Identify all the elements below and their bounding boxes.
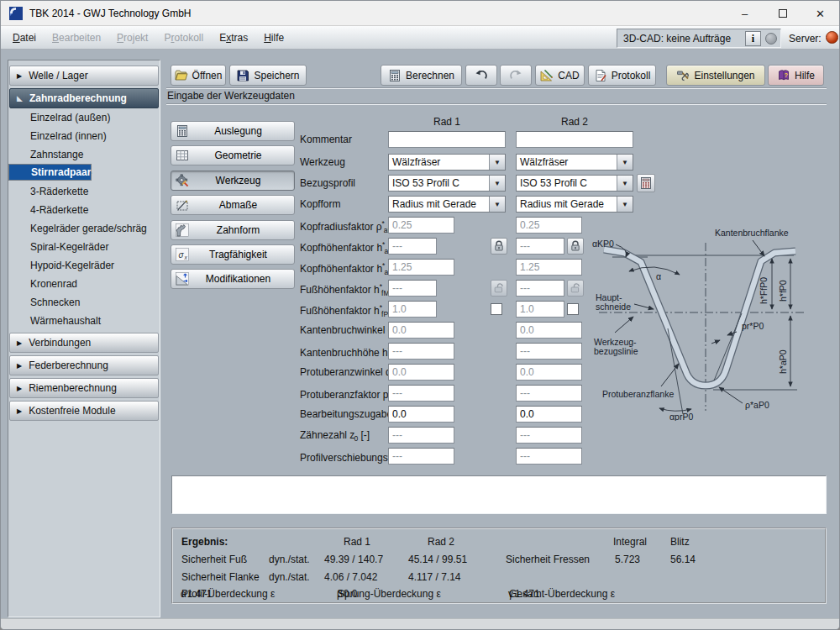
nav-button-label: Tragfähigkeit xyxy=(189,249,294,260)
chevron-down-icon[interactable]: ▼ xyxy=(489,197,505,212)
fusshoehenfaktor-fp0-field-rad2[interactable] xyxy=(516,301,564,318)
protocol-button[interactable]: Protokoll xyxy=(588,65,656,86)
sidebar-group-welle-lager[interactable]: ▶Welle / Lager xyxy=(9,66,159,86)
sidebar-item-spiral-kegelräder[interactable]: Spiral-Kegelräder xyxy=(8,238,160,256)
kopfhoehenfaktor-ap0-field-rad1[interactable] xyxy=(388,259,454,276)
chevron-down-icon[interactable]: ▼ xyxy=(489,155,505,170)
bezugsprofil-label: Bezugsprofil xyxy=(300,177,355,189)
nav-button-werkzeug[interactable]: Werkzeug xyxy=(171,171,295,191)
sidebar-item-schnecken[interactable]: Schnecken xyxy=(8,293,160,312)
sidebar-item-kegelräder-gerade-schräg[interactable]: Kegelräder gerade/schräg xyxy=(8,219,160,238)
sidebar-group-label: Verbindungen xyxy=(29,337,91,349)
results-column-integral: Integral xyxy=(613,536,647,548)
protuberanzfaktor-field-rad2[interactable] xyxy=(516,385,582,402)
fusshoehenfaktor-fp0-checkbox-rad2[interactable] xyxy=(567,303,579,315)
menu-item-hilfe[interactable]: Hilfe xyxy=(264,32,284,44)
nav-button-abmasse[interactable]: Abmaße xyxy=(171,195,295,215)
section-title: Eingabe der Werkzeugdaten xyxy=(167,90,295,102)
sidebar-group-kostenfreie-module[interactable]: ▶Kostenfreie Module xyxy=(9,401,159,421)
sidebar-item-wärmehaushalt[interactable]: Wärmehaushalt xyxy=(8,312,160,330)
form-label-part: Fußhöhenfaktor h xyxy=(300,284,380,296)
sidebar-group-federberechnung[interactable]: ▶Federberechnung xyxy=(9,355,159,375)
fusshoehenfaktor-fmp0-field-rad2[interactable] xyxy=(516,280,564,297)
kommentar-field-rad2[interactable] xyxy=(516,131,633,148)
werkzeug-select-rad2[interactable]: Wälzfräser▼ xyxy=(516,154,633,171)
sidebar-item-zahnstange[interactable]: Zahnstange xyxy=(8,145,160,164)
sidebar-item-hypoid-kegelräder[interactable]: Hypoid-Kegelräder xyxy=(8,256,160,275)
form-label-part: Kopfhöhenfaktor h xyxy=(300,242,382,254)
form-label-part: Kommentar xyxy=(300,134,352,145)
result-value-integral: 5.723 xyxy=(615,554,640,565)
open-button[interactable]: Öffnen xyxy=(171,65,226,86)
bezugsprofil-select-rad2[interactable]: ISO 53 Profil C▼ xyxy=(516,175,633,192)
kopfform-label: Kopfform xyxy=(300,198,340,210)
undo-button[interactable] xyxy=(465,65,497,86)
fusshoehenfaktor-fp0-checkbox-rad1[interactable] xyxy=(491,303,502,315)
kopfhoehenfaktor-amp0-field-rad1[interactable] xyxy=(388,238,437,255)
nav-button-tragfaehigkeit[interactable]: σxTragfähigkeit xyxy=(171,244,295,265)
protocol-button-label: Protokoll xyxy=(612,70,651,81)
kopfhoehenfaktor-amp0-lock-button-rad2[interactable] xyxy=(567,238,584,255)
minimize-button[interactable]: – xyxy=(726,1,764,26)
sidebar-item-kronenrad[interactable]: Kronenrad xyxy=(8,275,160,293)
kopfradiusfaktor-field-rad2[interactable] xyxy=(516,217,582,234)
document-icon xyxy=(594,69,607,82)
tool-profile-diagram: Kantenbruchflanke αKP0 α Haupt- schneide… xyxy=(587,209,832,421)
kantenbruchhoehe-field-rad1[interactable] xyxy=(388,343,454,360)
maximize-icon xyxy=(779,9,787,18)
maximize-button[interactable] xyxy=(764,1,801,26)
nav-button-geometrie[interactable]: Geometrie xyxy=(171,145,295,165)
kopfradiusfaktor-field-rad1[interactable] xyxy=(388,217,454,234)
info-button[interactable]: i xyxy=(745,31,761,46)
bezugsprofil-calculator-button[interactable] xyxy=(637,174,655,192)
menu-item-datei[interactable]: Datei xyxy=(13,32,36,44)
kopfhoehenfaktor-amp0-lock-button-rad1[interactable] xyxy=(491,238,507,255)
nav-button-auslegung[interactable]: Auslegung xyxy=(171,121,295,141)
close-button[interactable]: ✕ xyxy=(801,1,839,26)
nav-button-zahnform[interactable]: Zahnform xyxy=(171,220,295,240)
kommentar-field-rad1[interactable] xyxy=(388,131,506,148)
zaehnezahl-field-rad1[interactable] xyxy=(388,427,454,444)
sidebar-group-riemenberechnung[interactable]: ▶Riemenberechnung xyxy=(9,378,159,398)
settings-button[interactable]: Einstellungen xyxy=(666,65,765,86)
kopfhoehenfaktor-ap0-field-rad2[interactable] xyxy=(516,259,582,276)
menu-item-projekt: Projekt xyxy=(117,32,148,44)
kantenbruchwinkel-field-rad1[interactable] xyxy=(388,322,454,339)
kopfform-selected-value: Radius mit Gerade xyxy=(389,198,489,210)
profilverschiebungsf-field-rad1[interactable] xyxy=(388,448,454,465)
profilverschiebungsf-field-rad2[interactable] xyxy=(516,448,582,465)
protuberanzfaktor-field-rad1[interactable] xyxy=(388,385,454,402)
sidebar-item-4-räderkette[interactable]: 4-Räderkette xyxy=(8,201,160,219)
kantenbruchhoehe-field-rad2[interactable] xyxy=(516,343,582,360)
fusshoehenfaktor-fmp0-field-rad1[interactable] xyxy=(388,280,437,297)
chevron-down-icon[interactable]: ▼ xyxy=(489,176,505,191)
kopfhoehenfaktor-amp0-field-rad2[interactable] xyxy=(516,238,564,255)
notes-area[interactable] xyxy=(171,475,827,514)
nav-button-modifikationen[interactable]: Modifikationen xyxy=(171,269,295,289)
sidebar: ▶Welle / Lager◣ZahnradberechnungEinzelra… xyxy=(8,60,160,617)
protuberanzwinkel-field-rad2[interactable] xyxy=(516,364,582,381)
sidebar-item-stirnradpaar[interactable]: Stirnradpaar xyxy=(8,164,92,181)
sidebar-item-einzelrad-innen-[interactable]: Einzelrad (innen) xyxy=(8,127,160,145)
bearbeitungszugabe-field-rad2[interactable] xyxy=(516,406,582,423)
sidebar-group-zahnradberechnung[interactable]: ◣Zahnradberechnung xyxy=(9,88,159,108)
menu-item-extras[interactable]: Extras xyxy=(219,32,248,44)
fusshoehenfaktor-fp0-field-rad1[interactable] xyxy=(388,301,437,318)
help-button[interactable]: ?Hilfe xyxy=(768,65,824,86)
kantenbruchwinkel-field-rad2[interactable] xyxy=(516,322,582,339)
sidebar-group-verbindungen[interactable]: ▶Verbindungen xyxy=(9,333,159,353)
collapsed-triangle-icon: ▶ xyxy=(17,407,22,415)
zaehnezahl-field-rad2[interactable] xyxy=(516,427,582,444)
calculate-button[interactable]: Berechnen xyxy=(381,65,462,86)
kopfform-select-rad1[interactable]: Radius mit Gerade▼ xyxy=(388,196,506,213)
werkzeug-select-rad1[interactable]: Wälzfräser▼ xyxy=(388,154,506,171)
sidebar-item-einzelrad-außen-[interactable]: Einzelrad (außen) xyxy=(8,108,160,127)
protuberanzwinkel-field-rad1[interactable] xyxy=(388,364,454,381)
bezugsprofil-select-rad1[interactable]: ISO 53 Profil C▼ xyxy=(388,175,506,192)
bearbeitungszugabe-field-rad1[interactable] xyxy=(388,406,454,423)
save-button[interactable]: Speichern xyxy=(229,65,307,86)
cad-button[interactable]: CAD xyxy=(535,65,585,86)
sidebar-item-3-räderkette[interactable]: 3-Räderkette xyxy=(8,182,160,201)
chevron-down-icon[interactable]: ▼ xyxy=(617,176,633,191)
chevron-down-icon[interactable]: ▼ xyxy=(617,155,633,170)
